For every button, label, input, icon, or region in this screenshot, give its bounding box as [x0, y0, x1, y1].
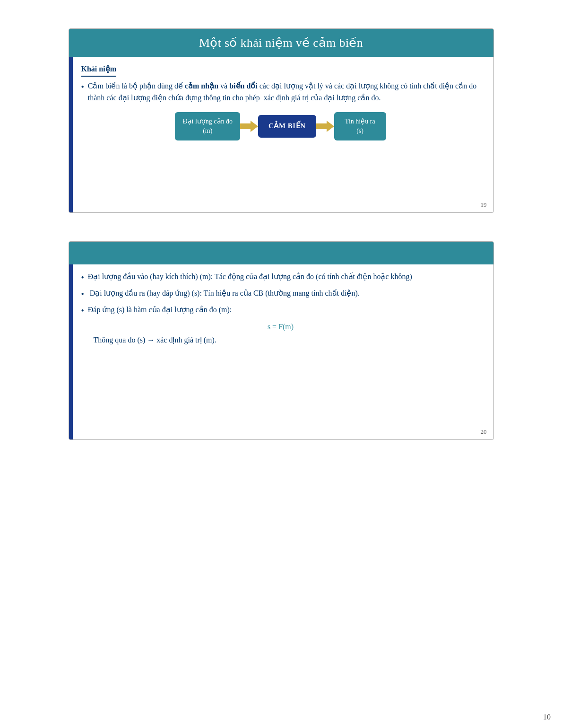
slide-1-bullet-1: • Cảm biến là bộ phận dùng để cảm nhận v…: [81, 80, 480, 104]
page-number: 10: [543, 713, 551, 721]
slide-1-content: Khái niệm • Cảm biến là bộ phận dùng để …: [73, 57, 493, 213]
slide-2-content: • Đại lượng đầu vào (hay kích thích) (m)…: [73, 264, 493, 439]
flow-box-output: Tín hiệu ra (s): [334, 112, 386, 140]
arrow-svg-2: [316, 120, 334, 133]
slide-2-bullet-2: • Đại lượng đầu ra (hay đáp ứng) (s): Tí…: [81, 288, 480, 300]
slide-2-left-bar: [69, 264, 73, 439]
flow-output-label2: (s): [356, 127, 363, 134]
bullet-dot-2-2: •: [81, 289, 84, 300]
bold-bien-doi: biến đổi: [229, 82, 258, 90]
svg-marker-0: [240, 121, 258, 132]
slide-2-bullet-text-2: Đại lượng đầu ra (hay đáp ứng) (s): Tín …: [88, 288, 480, 299]
bullet-dot-1: •: [81, 81, 84, 93]
slide-2-conclusion: Thông qua đo (s) → xác định giá trị (m).: [94, 334, 480, 346]
arrow-svg-1: [240, 120, 258, 133]
flow-input-label2: (m): [203, 127, 212, 134]
slide-1-section-title: Khái niệm: [81, 63, 116, 77]
bullet-dot-2-3: •: [81, 305, 84, 317]
slide-2-bullet-text-3: Đáp ứng (s) là hàm của đại lượng cần đo …: [88, 304, 480, 316]
slide-2-formula: s = F(m): [81, 321, 480, 333]
slide-2: • Đại lượng đầu vào (hay kích thích) (m)…: [69, 241, 494, 440]
bullet-dot-2-1: •: [81, 272, 84, 284]
flow-input-label1: Đại lượng cần đo: [182, 118, 233, 125]
slide-1-header: Một số khái niệm về cảm biến: [69, 29, 493, 57]
slide-2-header: [69, 242, 493, 264]
flow-box-center: CẢM BIẾN: [258, 115, 316, 137]
flow-output-label1: Tín hiệu ra: [345, 118, 375, 125]
slide-1-body: Khái niệm • Cảm biến là bộ phận dùng để …: [69, 57, 493, 213]
slide-1-left-bar: [69, 57, 73, 213]
bold-cam-nhan: cảm nhận: [185, 82, 218, 90]
slide-2-bullet-3: • Đáp ứng (s) là hàm của đại lượng cần đ…: [81, 304, 480, 317]
flow-diagram: Đại lượng cần đo (m) CẢM BIẾN Tín hiệu r…: [81, 112, 480, 140]
slide-2-bullet-text-1: Đại lượng đầu vào (hay kích thích) (m): …: [88, 271, 480, 283]
slide-1-page-num: 19: [481, 201, 487, 209]
svg-marker-1: [316, 121, 334, 132]
flow-box-input: Đại lượng cần đo (m): [175, 112, 240, 140]
slide-1-bullet-text: Cảm biến là bộ phận dùng để cảm nhận và …: [88, 80, 480, 104]
slide-1: Một số khái niệm về cảm biến Khái niệm •…: [69, 28, 494, 213]
slide-2-body: • Đại lượng đầu vào (hay kích thích) (m)…: [69, 264, 493, 439]
slide-2-page-num: 20: [481, 428, 487, 436]
slide-2-bullet-1: • Đại lượng đầu vào (hay kích thích) (m)…: [81, 271, 480, 284]
